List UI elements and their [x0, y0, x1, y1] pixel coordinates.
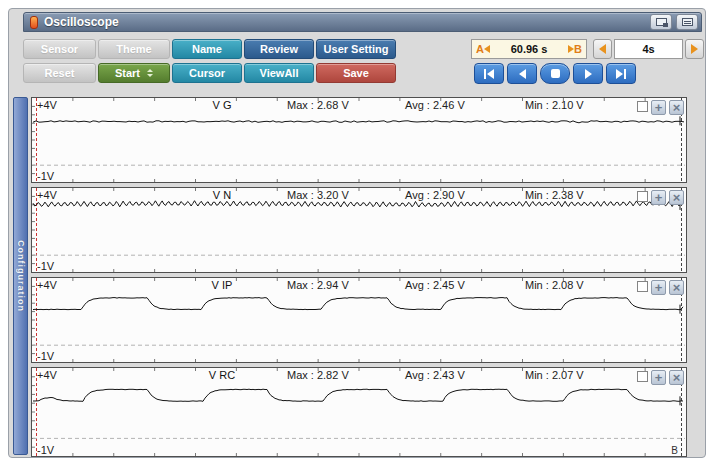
channel-select-checkbox[interactable] — [637, 281, 648, 292]
bottom-scale-label: -1V — [37, 444, 54, 456]
channel-panel-vrc: +4V -1V V RC Max : 2.82 V Avg : 2.43 V M… — [31, 367, 687, 457]
bottom-scale-label: -1V — [37, 260, 54, 272]
scope-icon — [30, 16, 38, 29]
top-scale-label: +4V — [37, 369, 57, 381]
channel-select-checkbox[interactable] — [637, 191, 648, 202]
waveform-vrc — [32, 368, 686, 456]
min-value: Min : 2.07 V — [525, 369, 584, 381]
cursor-button[interactable]: Cursor — [172, 63, 242, 83]
window-span-value: 4s — [642, 43, 654, 55]
zoom-in-button[interactable] — [651, 280, 666, 295]
max-value: Max : 2.82 V — [287, 369, 349, 381]
window-span-increase-button[interactable] — [685, 39, 704, 59]
window-title: Oscilloscope — [44, 15, 119, 29]
close-channel-button[interactable] — [669, 370, 684, 385]
skip-to-end-icon — [624, 69, 626, 79]
max-value: Max : 3.20 V — [287, 189, 349, 201]
channel-name: V N — [182, 189, 262, 201]
sensor-button[interactable]: Sensor — [23, 39, 96, 59]
minimize-button[interactable] — [676, 14, 698, 30]
window-span-decrease-button[interactable] — [593, 39, 612, 59]
popout-button[interactable] — [650, 14, 672, 30]
step-forward-button[interactable] — [573, 63, 603, 84]
minimize-icon — [682, 18, 693, 26]
triangle-left-icon — [599, 44, 606, 54]
channel-select-checkbox[interactable] — [637, 371, 648, 382]
spinner-icon — [147, 69, 153, 77]
triangle-right-icon — [691, 44, 698, 54]
min-value: Min : 2.38 V — [525, 189, 584, 201]
start-button-label: Start — [115, 67, 140, 79]
avg-value: Avg : 2.90 V — [405, 189, 465, 201]
avg-value: Avg : 2.43 V — [405, 369, 465, 381]
avg-value: Avg : 2.45 V — [405, 279, 465, 291]
channel-name: V G — [182, 99, 262, 111]
step-back-icon — [519, 69, 526, 79]
top-scale-label: +4V — [37, 279, 57, 291]
waveform-vn — [32, 188, 686, 272]
reset-button[interactable]: Reset — [23, 63, 96, 83]
review-button[interactable]: Review — [244, 39, 314, 59]
sidebar-configuration-handle[interactable]: Configuration — [13, 97, 28, 455]
channel-panel-vn: +4V -1V V N Max : 3.20 V Avg : 2.90 V Mi… — [31, 187, 687, 273]
zoom-in-button[interactable] — [651, 100, 666, 115]
avg-value: Avg : 2.46 V — [405, 99, 465, 111]
titlebar[interactable]: Oscilloscope — [23, 12, 702, 32]
sidebar-label: Configuration — [16, 240, 26, 312]
close-channel-button[interactable] — [669, 280, 684, 295]
channel-select-checkbox[interactable] — [637, 101, 648, 112]
zoom-in-button[interactable] — [651, 190, 666, 205]
skip-to-start-button[interactable] — [474, 63, 504, 84]
window-span-field[interactable]: 4s — [614, 39, 683, 59]
close-channel-button[interactable] — [669, 190, 684, 205]
waveform-vg — [32, 98, 686, 182]
channel-name: V IP — [182, 279, 262, 291]
min-value: Min : 2.08 V — [525, 279, 584, 291]
close-channel-button[interactable] — [669, 100, 684, 115]
theme-button[interactable]: Theme — [98, 39, 170, 59]
triangle-left-icon — [487, 69, 494, 79]
ab-span-value: 60.96 s — [490, 43, 568, 55]
max-value: Max : 2.94 V — [287, 279, 349, 291]
bottom-scale-label: -1V — [37, 170, 54, 182]
triangle-right-icon — [616, 69, 623, 79]
cursor-b-marker: B — [671, 445, 678, 456]
stop-icon — [551, 69, 560, 78]
min-value: Min : 2.10 V — [525, 99, 584, 111]
skip-to-start-icon — [484, 69, 486, 79]
step-back-button[interactable] — [507, 63, 537, 84]
waveform-vip — [32, 278, 686, 362]
skip-to-end-button[interactable] — [606, 63, 636, 84]
channel-name: V RC — [182, 369, 262, 381]
stop-button[interactable] — [540, 63, 570, 84]
ab-span-field[interactable]: A 60.96 s B — [471, 39, 587, 59]
bottom-scale-label: -1V — [37, 350, 54, 362]
popout-icon — [656, 18, 667, 26]
zoom-in-button[interactable] — [651, 370, 666, 385]
top-scale-label: +4V — [37, 189, 57, 201]
max-value: Max : 2.68 V — [287, 99, 349, 111]
user-setting-button[interactable]: User Setting — [316, 39, 396, 59]
oscilloscope-window: Oscilloscope Sensor Theme Name Review Us… — [8, 8, 706, 458]
channel-panel-vip: +4V -1V V IP Max : 2.94 V Avg : 2.45 V M… — [31, 277, 687, 363]
cursor-b-label: B — [574, 43, 582, 55]
name-button[interactable]: Name — [172, 39, 242, 59]
viewall-button[interactable]: ViewAll — [244, 63, 314, 83]
start-button[interactable]: Start — [98, 63, 170, 83]
save-button[interactable]: Save — [316, 63, 396, 83]
top-scale-label: +4V — [37, 99, 57, 111]
cursor-a-label: A — [476, 43, 484, 55]
channel-panel-vg: +4V -1V V G Max : 2.68 V Avg : 2.46 V Mi… — [31, 97, 687, 183]
step-forward-icon — [585, 69, 592, 79]
